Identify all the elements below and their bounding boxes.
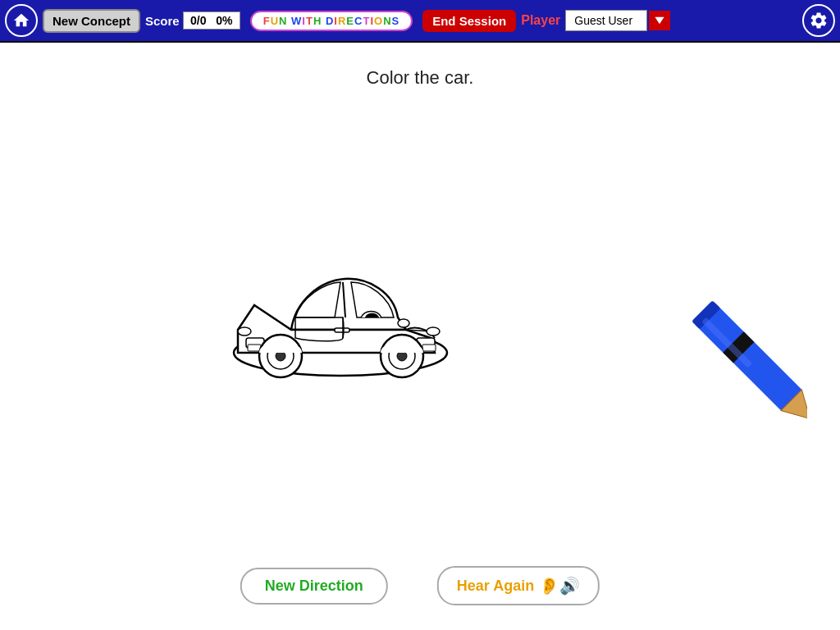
header-bar: New Concept Score 0/0 0% FUN WITH DIRECT… <box>0 0 840 43</box>
svg-point-16 <box>398 319 409 327</box>
home-button[interactable] <box>5 4 38 37</box>
new-direction-button[interactable]: New Direction <box>240 568 388 605</box>
player-label: Player <box>521 13 560 28</box>
score-label: Score <box>145 14 180 28</box>
app-title: FUN WITH DIRECTIONS <box>250 11 413 31</box>
svg-point-7 <box>427 327 440 336</box>
new-concept-button[interactable]: New Concept <box>43 9 140 33</box>
instruction-text: Color the car. <box>367 67 474 89</box>
crayon-image[interactable] <box>660 260 807 427</box>
car-svg <box>213 231 468 395</box>
car-image[interactable] <box>213 231 468 399</box>
main-content: Color the car. <box>0 43 840 630</box>
chevron-down-icon <box>654 15 665 26</box>
svg-marker-0 <box>655 17 664 24</box>
score-display: 0/0 0% <box>183 11 240 30</box>
gear-icon <box>809 11 829 30</box>
svg-rect-5 <box>422 345 436 351</box>
home-icon <box>12 11 30 30</box>
svg-rect-9 <box>335 328 349 332</box>
svg-point-8 <box>238 327 251 336</box>
hear-again-label: Hear Again <box>457 578 534 595</box>
settings-button[interactable] <box>802 4 835 37</box>
user-dropdown-button[interactable] <box>649 11 670 30</box>
user-name-display: Guest User <box>565 10 647 31</box>
score-area: Score 0/0 0% <box>145 11 240 30</box>
score-value: 0/0 <box>190 14 206 27</box>
svg-rect-6 <box>248 345 261 351</box>
ear-icon: 👂🔊 <box>539 576 580 596</box>
bottom-buttons: New Direction Hear Again 👂🔊 <box>240 566 600 605</box>
score-percent: 0% <box>216 14 232 27</box>
crayon-svg <box>660 260 807 424</box>
end-session-button[interactable]: End Session <box>422 10 516 32</box>
svg-rect-18 <box>694 303 803 412</box>
hear-again-button[interactable]: Hear Again 👂🔊 <box>437 566 600 605</box>
user-dropdown: Guest User <box>565 10 670 31</box>
